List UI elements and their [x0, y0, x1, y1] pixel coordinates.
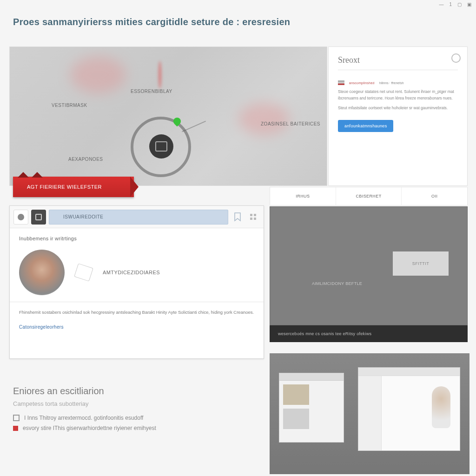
tab-cbiserhet[interactable]: CBISERHET [336, 187, 402, 205]
search-input[interactable]: ISWUAIREDOITE [49, 210, 228, 225]
profile-description: Fhinshemit sostabers osichinlad sok hecg… [19, 309, 254, 316]
window-controls: — 1 ▢ ▣ [439, 2, 471, 7]
map-label: VESTIBRMASK [52, 103, 87, 108]
heat-region [70, 56, 126, 93]
primary-action-button[interactable]: anfounkatmnshaunes [338, 120, 393, 132]
profile-card: ISWUAIREDOITE Inubbemens ir writrtings A… [9, 205, 264, 359]
side-panel-title: Sreoxt [338, 55, 458, 65]
toolbar-icon-button[interactable] [31, 210, 46, 225]
details-link[interactable]: Catonsiregeleorhers [19, 324, 254, 330]
image-thumb [283, 384, 309, 405]
bookmark-icon[interactable] [231, 211, 244, 224]
list-item-text: esvory stire IThis giserwarhiordettne ri… [23, 425, 156, 431]
map-label: ZOASINSEL baiterices [261, 121, 320, 126]
divider [338, 70, 458, 70]
alert-banner-text: AGT FIERIERE WIELEFSTER [27, 184, 102, 190]
user-name-label: AMTYDICEZIDOIARES [103, 270, 160, 275]
tab-strip: IRHUS CBISERHET OII [270, 187, 468, 205]
image-thumb [283, 409, 309, 429]
section-heading: Eniores an escitliarion [13, 386, 245, 397]
titlebar [279, 373, 344, 381]
toolbar-icon-button[interactable] [13, 210, 28, 225]
grid-icon[interactable] [247, 211, 260, 224]
maximize-icon[interactable]: ▢ [457, 2, 462, 7]
heat-region [238, 103, 290, 135]
meta-tag: hilinns · ffrenetsh [379, 81, 404, 85]
svg-rect-3 [250, 214, 252, 216]
detail-side-panel: Sreoxt anscomplinshed hilinns · ffrenets… [328, 46, 468, 186]
close-icon[interactable] [451, 53, 461, 63]
window-thumbnail[interactable] [279, 373, 344, 443]
status-strip: weserceboés mne cs osanis tee eRitsy ofe… [270, 325, 468, 342]
tab-irhus[interactable]: IRHUS [270, 187, 336, 205]
card-subtitle: Inubbemens ir writrtings [19, 236, 254, 241]
bullet-icon [13, 426, 18, 431]
side-panel-paragraph: Steut mfastsilate oortseet wite hoholeie… [338, 105, 458, 112]
svg-rect-6 [254, 218, 256, 220]
svg-rect-5 [250, 218, 252, 220]
preview-label-box[interactable]: SFITTIT [393, 251, 449, 276]
footnotes-section: Eniores an escitliarion Campetess torta … [13, 386, 245, 435]
map-label: ESSORENBIBLAY [131, 89, 172, 94]
section-subheading: Campetess torta subotteriay [13, 400, 245, 407]
edit-icon[interactable] [74, 263, 93, 281]
desktop-thumbnail [270, 353, 469, 474]
alert-banner[interactable]: AGT FIERIERE WIELEFSTER [13, 177, 134, 197]
card-toolbar: ISWUAIREDOITE [10, 206, 264, 228]
divider [10, 302, 264, 302]
window-thumbnail[interactable] [358, 367, 460, 451]
location-marker[interactable] [149, 134, 173, 159]
meta-tag: anscomplinshed [349, 81, 375, 85]
list-item: I Inns Thitroy arrextermocd. gotinfoonit… [13, 415, 245, 421]
svg-rect-1 [338, 80, 344, 82]
map-panel[interactable]: ESSORENBIBLAY VESTIBRMASK ZOASINSEL bait… [9, 46, 327, 186]
preview-caption: AIMLIMCIDONY BEFTLE [312, 281, 362, 286]
figure-thumb [432, 386, 450, 428]
avatar[interactable] [19, 250, 65, 295]
tab-oii[interactable]: OII [402, 187, 467, 205]
svg-rect-2 [338, 84, 344, 85]
preview-subpanel: SFITTIT AIMLIMCIDONY BEFTLE [270, 206, 468, 325]
map-label: AEXAPONOES [68, 157, 103, 162]
flag-icon [338, 80, 344, 85]
titlebar [358, 368, 460, 376]
page-title: Proes sanmanyirierss mities cargitidle s… [13, 17, 290, 27]
side-panel-paragraph: Steoe coegeur statates net unut rent. So… [338, 89, 458, 101]
minimize-icon[interactable]: — [439, 2, 443, 7]
status-strip-text: weserceboés mne cs osanis tee eRitsy ofe… [278, 331, 371, 336]
list-item: esvory stire IThis giserwarhiordettne ri… [13, 425, 245, 431]
close-icon[interactable]: ▣ [467, 2, 471, 7]
pointer-line [182, 121, 206, 132]
list-item-text: I Inns Thitroy arrextermocd. gotinfoonit… [24, 415, 143, 421]
window-count: 1 [449, 2, 452, 7]
heat-region [159, 61, 161, 89]
sidebar-thumb [358, 376, 382, 450]
bullet-icon [13, 415, 20, 421]
svg-rect-4 [254, 214, 256, 216]
